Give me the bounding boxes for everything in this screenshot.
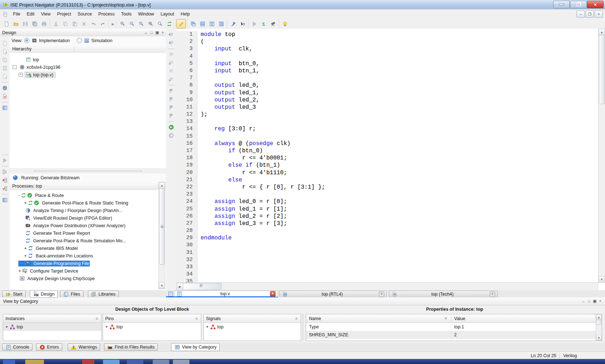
scrollbar-thumb[interactable]	[596, 320, 601, 325]
refresh-doc-button[interactable]	[165, 19, 174, 28]
copy-button[interactable]	[60, 19, 70, 28]
process-item-configure-target-device[interactable]: +Configure Target Device	[10, 267, 166, 275]
process-item-generate-programming-file[interactable]: Generate Programming File	[10, 260, 166, 267]
wrench-button[interactable]	[228, 19, 238, 28]
scroll-down-icon[interactable]: ▼	[599, 276, 605, 283]
menu-tools[interactable]: Tools	[118, 10, 135, 18]
tile-h-button[interactable]	[198, 19, 207, 28]
processes-scrollbar[interactable]: ▲ ▼	[158, 182, 165, 289]
taskbar-item[interactable]	[3, 360, 15, 364]
close-button[interactable]: ×	[587, 1, 604, 8]
properties-name-column-header[interactable]: Name	[306, 314, 451, 323]
taskbar-item[interactable]	[25, 360, 44, 364]
object-item-top[interactable]: +top	[103, 323, 201, 331]
menu-file[interactable]: File	[10, 10, 23, 18]
taskbar-item[interactable]	[153, 360, 169, 364]
expand-icon[interactable]: +	[24, 246, 27, 251]
process-item-analyze-power-distribution-xpower-analyzer[interactable]: Analyze Power Distribution (XPower Analy…	[10, 222, 166, 229]
undo-button[interactable]	[89, 19, 98, 28]
proc-toolbar-proc-down-button[interactable]	[1, 168, 9, 176]
close-tab-icon[interactable]: ×	[270, 291, 275, 297]
expand-icon[interactable]: +	[5, 324, 8, 329]
proc-toolbar-run-button[interactable]	[1, 156, 9, 164]
proc-toolbar-proc-check-button[interactable]	[1, 184, 9, 192]
editor-tab-top-rtl4[interactable]: top (RTL4)×	[279, 291, 387, 298]
title-bar[interactable]: ISE Project Navigator (P.20131013) - C:\…	[0, 0, 605, 10]
nav-forward-button[interactable]	[167, 131, 175, 139]
tab-warnings[interactable]: Warnings	[68, 343, 100, 351]
cut-button[interactable]	[51, 19, 60, 28]
zoom-fit-button[interactable]	[146, 19, 155, 28]
src-toolbar-columns-blue-button[interactable]	[1, 104, 9, 112]
src-toolbar-utilities-button[interactable]	[1, 84, 9, 92]
object-list-header[interactable]: Pins	[103, 314, 201, 323]
hierarchy-header[interactable]: Hierarchy	[10, 45, 166, 53]
expand-icon[interactable]: +	[24, 201, 27, 206]
tab-libraries[interactable]: Libraries	[88, 291, 119, 298]
hierarchy-item-top-top-v[interactable]: +Vtop (top.v)	[10, 71, 166, 78]
paste-button[interactable]	[70, 19, 79, 28]
panel-splitter[interactable]	[302, 314, 305, 340]
scrollbar-thumb[interactable]	[159, 188, 165, 265]
zoom-area-button[interactable]	[155, 19, 165, 28]
editor-tab-top-tech4[interactable]: top (Tech4)×	[389, 291, 498, 298]
expand-icon[interactable]: +	[18, 269, 21, 274]
proc-toolbar-columns-blue-button[interactable]	[1, 196, 9, 204]
scroll-down-icon[interactable]: ▼	[159, 282, 165, 289]
dock-horizontal-icon[interactable]: ↔	[144, 30, 148, 35]
editor-vertical-scrollbar[interactable]: ▲ ▼	[598, 29, 605, 283]
toggle-line-numbers-button[interactable]	[167, 50, 175, 58]
menu-view[interactable]: View	[38, 10, 54, 18]
menu-edit[interactable]: Edit	[23, 10, 38, 18]
tab-view-by-category[interactable]: View by Category	[171, 343, 220, 351]
close-tab-icon[interactable]: ×	[490, 292, 495, 297]
close-panel-icon[interactable]: ×	[162, 30, 164, 35]
code-editor[interactable]: 1module top2(3 input clk,45 input btn_0,…	[176, 29, 599, 283]
zoom-in-button[interactable]	[118, 19, 127, 28]
process-item-view-edit-routed-design-fpga-editor[interactable]: View/Edit Routed Design (FPGA Editor)	[10, 214, 166, 222]
src-toolbar-src-remove-button[interactable]	[1, 72, 9, 80]
minimize-button[interactable]	[553, 1, 570, 8]
outdent-button[interactable]	[167, 31, 175, 39]
view-by-category-panel-header[interactable]: View by Category ↔ □ ▣ ×	[0, 297, 605, 305]
arrange-button[interactable]	[216, 19, 226, 28]
open-folder-button[interactable]	[11, 19, 21, 28]
mdi-restore-button[interactable]: ❐	[586, 10, 594, 18]
menu-source[interactable]: Source	[74, 10, 95, 18]
editor-horizontal-scrollbar[interactable]: ◀ ▶	[176, 282, 599, 290]
property-row-type[interactable]: Typetop:1	[306, 323, 602, 331]
view-radio-simulation[interactable]	[77, 38, 82, 43]
tab-errors[interactable]: Errors	[36, 343, 62, 351]
goto-line-button[interactable]: 5	[167, 75, 175, 83]
save-all-button[interactable]	[30, 19, 39, 28]
lightbulb-button[interactable]	[280, 19, 290, 28]
object-item-top[interactable]: +top	[204, 323, 301, 331]
menu-project[interactable]: Project	[54, 10, 75, 18]
mdi-close-button[interactable]: ×	[595, 10, 603, 18]
bookmark-button[interactable]	[167, 95, 175, 103]
src-toolbar-core-button[interactable]	[1, 64, 9, 72]
process-item-back-annotate-pin-locations[interactable]: +Back-annotate Pin Locations	[10, 252, 166, 260]
property-row-shreg-min-size[interactable]: SHREG_MIN_SIZE2	[306, 331, 602, 339]
tab-find-in-files-results[interactable]: Find in Files Results	[104, 343, 158, 351]
scrollbar-thumb[interactable]	[599, 35, 605, 104]
windows-taskbar[interactable]	[0, 359, 605, 364]
taskbar-item[interactable]	[173, 360, 189, 364]
src-toolbar-src-copy-button[interactable]	[1, 56, 9, 64]
taskbar-item[interactable]	[82, 360, 94, 364]
taskbar-item[interactable]	[103, 360, 120, 364]
expand-icon[interactable]: +	[105, 324, 108, 329]
process-item-analyze-design-using-chipscope[interactable]: Analyze Design Using ChipScope	[10, 275, 166, 282]
toolbar-overflow-button[interactable]: »	[110, 21, 115, 27]
dock-panel-icon[interactable]: ▣	[155, 30, 159, 35]
help-pointer-button[interactable]: ?	[238, 19, 247, 28]
new-file-button[interactable]	[2, 19, 11, 28]
close-panel-icon[interactable]: ×	[599, 299, 601, 304]
scrollbar-thumb[interactable]	[183, 283, 221, 290]
tab-files[interactable]: Files	[60, 291, 84, 298]
goto-line-button[interactable]: 5	[167, 59, 175, 67]
properties-scrollbar[interactable]: ▲ ▼	[596, 314, 602, 341]
toggle-line-numbers-button[interactable]	[167, 67, 175, 75]
tile-v-button[interactable]	[207, 19, 216, 28]
menu-window[interactable]: Window	[135, 10, 157, 18]
